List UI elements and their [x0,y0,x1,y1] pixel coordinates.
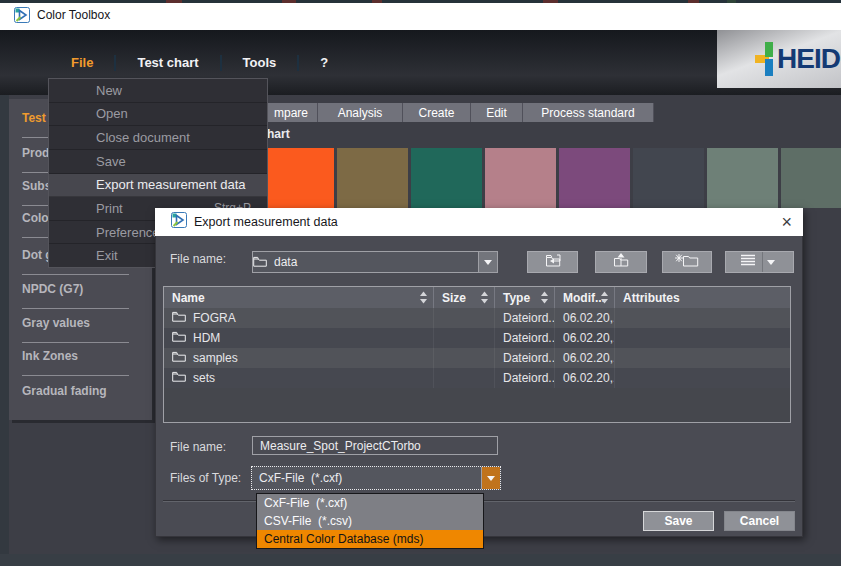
chevron-down-icon [767,260,775,265]
filetype-value: CxF-File (*.cxf) [259,471,342,485]
path-combobox[interactable]: data [252,251,498,273]
sort-icon[interactable] [540,291,549,307]
tab-edit[interactable]: Edit [471,103,523,122]
file-menu-item-new[interactable]: New [49,79,267,103]
cell-text: Dateiord... [503,311,554,325]
folder-up-button[interactable] [595,251,647,273]
cell-text: Dateiord... [503,351,554,365]
table-row[interactable]: setsDateiord...06.02.20,... [164,368,790,388]
cell-name: FOGRA [164,308,433,328]
save-button[interactable]: Save [643,511,714,531]
tab-create[interactable]: Create [403,103,471,122]
menu-item-label: New [96,83,122,98]
sidebar-item-npdc-g7-[interactable]: NPDC (G7) [22,282,129,309]
sort-icon[interactable] [419,291,428,307]
folder-new-icon [675,252,699,272]
file-menu-item-export-measurement-data[interactable]: Export measurement data [49,174,267,198]
folder-back-icon [542,252,564,272]
chevron-down-icon [487,476,495,481]
view-dropdown-button[interactable] [763,260,780,265]
top-edge-mark [543,0,558,3]
menu-test-chart[interactable]: Test chart [116,55,219,70]
tab-process-standard[interactable]: Process standard [523,103,654,122]
file-menu-item-save[interactable]: Save [49,150,267,174]
tab-mpare[interactable]: mpare [265,103,318,122]
cell-text: samples [193,351,238,365]
sort-icon[interactable] [600,291,609,307]
close-icon[interactable]: × [781,213,792,231]
filetype-option-cxf-file-cxf-[interactable]: CxF-File (*.cxf) [257,494,483,512]
cell-size [433,308,494,328]
filetype-combobox[interactable]: CxF-File (*.cxf) [251,466,501,490]
path-dropdown-button[interactable] [478,252,497,272]
cell-text: Dateiord... [503,331,554,345]
color-swatch[interactable] [485,148,556,208]
filetype-dropdown-button[interactable] [481,467,500,489]
cell-attributes [614,308,790,328]
folder-icon [172,371,186,385]
filename-input[interactable]: Measure_Spot_ProjectCTorbo [252,436,498,455]
cell-text: Dateiord... [503,371,554,385]
filetype-dropdown-list: CxF-File (*.cxf)CSV-File (*.csv)Central … [256,493,484,549]
column-header-label: Attributes [623,291,680,305]
cell-modified: 06.02.20,... [554,328,614,348]
column-header-attributes[interactable]: Attributes [614,287,790,308]
color-swatch[interactable] [781,148,841,208]
color-swatch[interactable] [633,148,704,208]
table-row[interactable]: HDMDateiord...06.02.20,... [164,328,790,348]
app-icon [14,7,30,23]
sidebar-item-gradual-fading[interactable]: Gradual fading [22,384,129,410]
folder-icon [172,331,186,345]
file-table-header: NameSizeTypeModif...Attributes [164,287,790,308]
cell-text: 06.02.20,... [563,331,614,345]
color-swatch[interactable] [411,148,482,208]
cell-type: Dateiord... [494,308,554,328]
file-menu-item-close-document[interactable]: Close document [49,126,267,150]
menu-item-label: Export measurement data [96,177,246,192]
menu-file[interactable]: File [50,55,114,70]
dialog-title: Export measurement data [194,215,338,229]
tab-analysis[interactable]: Analysis [318,103,403,122]
sidebar-item-ink-zones[interactable]: Ink Zones [22,349,129,376]
file-menu-item-open[interactable]: Open [49,103,267,127]
column-header-size[interactable]: Size [433,287,494,308]
color-swatch[interactable] [707,148,778,208]
table-row[interactable]: FOGRADateiord...06.02.20,... [164,308,790,328]
color-toolbox-screen: { "window": { "title": "Color Toolbox", … [0,0,841,566]
column-header-type[interactable]: Type [494,287,554,308]
filetype-option-central-color-database-mds-[interactable]: Central Color Database (mds) [257,530,483,548]
cell-name: HDM [164,328,433,348]
cell-text: 06.02.20,... [563,311,614,325]
cell-name: sets [164,368,433,388]
logo-text: HEID [777,43,840,75]
sidebar-item-gray-values[interactable]: Gray values [22,316,129,343]
menu--[interactable]: ? [299,55,349,70]
folder-new-button[interactable] [662,251,712,273]
column-header-modif[interactable]: Modif... [554,287,614,308]
filetype-label: Files of Type: [170,471,241,485]
folder-back-button[interactable] [527,251,578,273]
column-header-name[interactable]: Name [164,287,433,308]
column-header-label: Name [172,291,205,305]
sort-icon[interactable] [480,291,489,307]
color-swatch[interactable] [263,148,334,208]
cell-type: Dateiord... [494,348,554,368]
cancel-button[interactable]: Cancel [724,511,795,531]
table-row[interactable]: samplesDateiord...06.02.20,... [164,348,790,368]
filename-value: Measure_Spot_ProjectCTorbo [260,439,421,453]
menu-tools[interactable]: Tools [222,55,298,70]
details-view-button[interactable] [725,251,794,273]
folder-icon [253,253,267,271]
filetype-option-csv-file-csv-[interactable]: CSV-File (*.csv) [257,512,483,530]
title-bar: Color Toolbox [0,0,841,30]
column-header-label: Size [442,291,466,305]
heidelberg-cross-icon [755,41,775,77]
heidelberg-logo: HEID [717,30,841,88]
app-icon [171,212,187,232]
color-swatch[interactable] [559,148,630,208]
color-swatch[interactable] [337,148,408,208]
window-title: Color Toolbox [37,0,110,30]
cell-text: HDM [193,331,220,345]
folder-up-icon [610,252,632,272]
menu-item-label: Open [96,106,128,121]
